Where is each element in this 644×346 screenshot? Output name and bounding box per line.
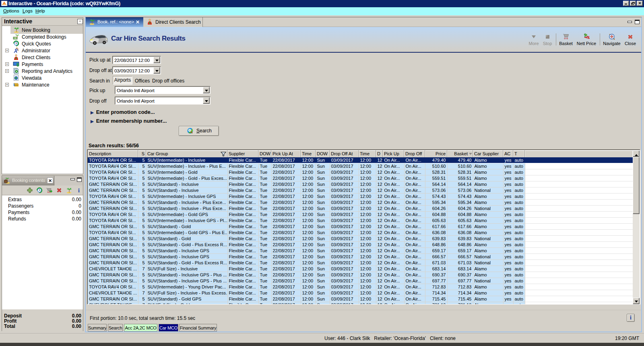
svg-text:i: i bbox=[78, 187, 80, 194]
svg-text:$: $ bbox=[17, 62, 19, 67]
